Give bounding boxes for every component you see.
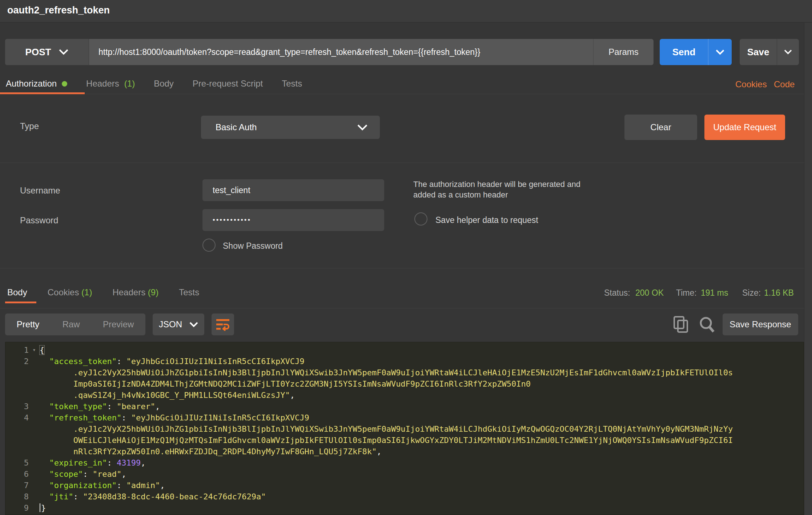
tab-tests[interactable]: Tests	[282, 79, 302, 89]
auth-helper-text: The authorization header will be generat…	[413, 179, 580, 200]
time-value: 191 ms	[701, 288, 728, 298]
auth-type-select[interactable]: Basic Auth	[201, 116, 380, 139]
search-icon	[699, 316, 715, 333]
response-tab-cookies[interactable]: Cookies (1)	[48, 287, 92, 298]
tab-headers-label: Headers	[86, 79, 119, 89]
password-label: Password	[20, 215, 58, 225]
size-label: Size:	[742, 288, 761, 298]
params-label: Params	[608, 47, 639, 57]
code-line: Imp0aSI6IjIzNDA4ZDM4LThjZGMtNDQ2MC1iZWFj…	[5, 378, 804, 390]
show-password-toggle[interactable]	[202, 239, 216, 252]
code-line: 9}	[5, 502, 804, 514]
cookies-link[interactable]: Cookies	[735, 79, 767, 89]
send-button[interactable]: Send	[660, 39, 708, 65]
params-button[interactable]: Params	[593, 39, 654, 65]
response-cookies-count: (1)	[81, 287, 92, 297]
format-value: JSON	[159, 319, 182, 330]
chevron-down-icon	[59, 49, 68, 55]
url-input[interactable]	[99, 47, 593, 57]
tab-pre-request-script[interactable]: Pre-request Script	[193, 79, 263, 89]
code-line: .qawS1Z4j_h4vNx10GBC_Y_PHM1LLSQt64eniWLG…	[5, 390, 804, 401]
code-line: 2"access_token": "eyJhbGciOiJIUzI1NiIsIn…	[5, 356, 804, 367]
chevron-down-icon	[189, 322, 198, 327]
tab-authorization[interactable]: Authorization	[6, 79, 67, 89]
show-password-label: Show Password	[223, 241, 283, 251]
code-link[interactable]: Code	[774, 79, 795, 89]
wrap-text-button[interactable]	[212, 314, 234, 335]
code-line: .eyJ1c2VyX25hbWUiOiJhZG1pbiIsInNjb3BlIjp…	[5, 367, 804, 378]
code-line: OWEiLCJleHAiOjE1MzQ1MjQzMTQsImF1dGhvcml0…	[5, 435, 804, 446]
method-dropdown[interactable]: POST	[5, 39, 89, 65]
code-line: nRlc3RfY2xpZW50In0.eHRWxFZDJDq_2RDPL4Dhy…	[5, 446, 804, 457]
clear-button[interactable]: Clear	[624, 115, 697, 140]
authorization-active-dot-icon	[62, 81, 67, 87]
save-helper-toggle[interactable]	[414, 212, 427, 225]
code-line: 4"refresh_token": "eyJhbGciOiJIUzI1NiIsI…	[5, 412, 804, 423]
send-options-dropdown[interactable]	[708, 39, 732, 65]
search-response-button[interactable]	[699, 316, 715, 333]
auth-section-divider	[0, 163, 812, 163]
response-tab-tests[interactable]: Tests	[179, 287, 199, 298]
username-label: Username	[20, 185, 60, 196]
vertical-scrollbar[interactable]	[804, 23, 812, 515]
auth-helper-line2: added as a custom header	[413, 189, 580, 200]
response-view-switch: Pretty Raw Preview	[5, 314, 145, 335]
copy-response-button[interactable]	[673, 316, 689, 333]
response-json[interactable]: 1▾{2"access_token": "eyJhbGciOiJIUzI1NiI…	[5, 342, 804, 515]
headers-count-badge: (1)	[124, 79, 135, 89]
request-tabs: Authorization Headers (1) Body Pre-reque…	[6, 79, 302, 89]
code-line: 8"jti": "23408d38-8cdc-4460-beac-24c76dc…	[5, 491, 804, 502]
save-response-button[interactable]: Save Response	[723, 314, 798, 335]
code-line: 1▾{	[5, 344, 804, 356]
time-label: Time:	[676, 288, 697, 298]
tab-tests-label: Tests	[282, 79, 302, 89]
tab-authorization-label: Authorization	[6, 79, 57, 89]
size-value: 1.16 KB	[764, 288, 794, 298]
username-input[interactable]	[202, 179, 384, 201]
status-label: Status:	[604, 288, 630, 298]
request-url-bar: POST Params	[5, 39, 654, 65]
save-options-dropdown[interactable]	[777, 39, 799, 65]
code-line: .eyJ1c2VyX25hbWUiOiJhZG1pbiIsInNjb3BlIjp…	[5, 423, 804, 435]
update-request-button[interactable]: Update Request	[704, 115, 785, 140]
copy-icon	[673, 316, 689, 333]
fold-toggle-icon[interactable]: ▾	[29, 344, 40, 356]
code-line: 6"scope": "read",	[5, 468, 804, 480]
response-tabs: Body Cookies (1) Headers (9) Tests	[7, 287, 199, 298]
method-label: POST	[25, 47, 51, 58]
response-cookies-label: Cookies	[48, 287, 79, 297]
response-headers-label: Headers	[112, 287, 145, 297]
format-select[interactable]: JSON	[153, 314, 204, 335]
response-tabs-divider	[0, 308, 812, 308]
tab-pre-request-label: Pre-request Script	[193, 79, 263, 89]
tab-headers[interactable]: Headers (1)	[86, 79, 135, 89]
auth-helper-line1: The authorization header will be generat…	[413, 179, 580, 189]
response-tab-body[interactable]: Body	[7, 287, 27, 298]
tab-body[interactable]: Body	[154, 79, 174, 89]
view-raw[interactable]: Raw	[63, 319, 80, 330]
chevron-down-icon	[784, 49, 792, 55]
auth-type-label: Type	[20, 121, 39, 131]
password-input[interactable]	[202, 209, 384, 231]
save-helper-label: Save helper data to request	[435, 215, 538, 225]
request-title: oauth2_refresh_token	[7, 5, 110, 16]
response-body-tab-underline	[5, 302, 36, 303]
response-section-divider	[0, 268, 812, 268]
send-button-group: Send	[660, 39, 732, 65]
url-field-wrap	[89, 39, 593, 65]
view-pretty[interactable]: Pretty	[17, 319, 40, 330]
code-line: 5"expires_in": 43199,	[5, 457, 804, 468]
response-headers-count: (9)	[148, 287, 158, 297]
title-bar: oauth2_refresh_token	[0, 0, 812, 23]
code-line: 3"token_type": "bearer",	[5, 401, 804, 412]
chevron-down-icon	[716, 49, 724, 55]
save-button-group: Save	[740, 39, 799, 65]
view-preview[interactable]: Preview	[103, 319, 134, 330]
status-badge: 200 OK	[635, 288, 664, 298]
tabs-divider	[0, 94, 812, 94]
tab-body-label: Body	[154, 79, 174, 89]
chevron-down-icon	[357, 124, 367, 131]
save-button[interactable]: Save	[740, 39, 777, 65]
code-line: 7"organization": "admin",	[5, 480, 804, 491]
response-tab-headers[interactable]: Headers (9)	[112, 287, 158, 298]
